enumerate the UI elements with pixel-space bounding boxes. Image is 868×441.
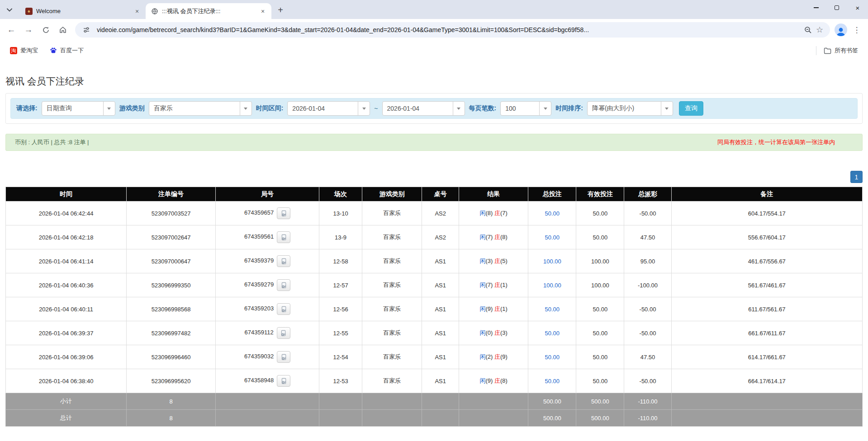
summary-label: 小计 <box>6 393 127 410</box>
cell-time: 2026-01-04 06:40:36 <box>6 273 127 297</box>
result-player: 闲 <box>479 234 485 240</box>
tab-close-icon[interactable]: × <box>133 7 141 15</box>
summary-row: 小计8500.00500.00-110.00 <box>6 393 863 410</box>
per-page-label: 每页笔数: <box>469 104 497 113</box>
cell-game-kind: 百家乐 <box>362 297 422 321</box>
result-banker-score: (5) <box>500 258 508 264</box>
tab-title: Welcome <box>36 8 129 14</box>
site-settings-icon[interactable] <box>81 24 92 36</box>
forward-button[interactable]: → <box>21 22 36 38</box>
summary-empty-cell <box>422 410 459 427</box>
round-video-button[interactable] <box>277 327 290 339</box>
home-button[interactable] <box>55 22 71 38</box>
cell-total-bet: 100.00 <box>528 249 576 273</box>
total-bet-link[interactable]: 100.00 <box>543 282 561 289</box>
reload-button[interactable] <box>38 22 53 38</box>
total-bet-link[interactable]: 50.00 <box>545 378 560 385</box>
cell-session: 12-56 <box>319 297 362 321</box>
date-start-select[interactable]: 2026-01-04 <box>287 101 370 116</box>
date-end-select[interactable]: 2026-01-04 <box>382 101 465 116</box>
zoom-out-icon[interactable] <box>802 24 814 36</box>
search-button[interactable]: 查询 <box>679 101 703 116</box>
total-bet-link[interactable]: 50.00 <box>545 306 560 313</box>
back-button[interactable]: ← <box>4 22 19 38</box>
game-kind-select[interactable]: 百家乐 <box>149 101 252 116</box>
summary-total-bet: 500.00 <box>528 410 576 427</box>
browser-menu-icon[interactable]: ⋮ <box>849 22 864 38</box>
cell-game-kind: 百家乐 <box>362 273 422 297</box>
tab-welcome[interactable]: ♠ Welcome × <box>20 3 146 19</box>
bookmark-aitaobao[interactable]: 淘 爱淘宝 <box>6 44 42 57</box>
cell-time: 2026-01-04 06:38:40 <box>6 369 127 393</box>
url-text: videoie.com/game/betrecord_search/kind3?… <box>97 26 802 33</box>
round-video-button[interactable] <box>277 255 290 267</box>
cell-remark: 561.67/461.67 <box>671 273 862 297</box>
bookmark-star-icon[interactable]: ☆ <box>814 24 825 36</box>
film-icon <box>280 282 287 289</box>
round-video-button[interactable] <box>277 351 290 363</box>
round-video-button[interactable] <box>277 231 290 243</box>
result-banker: 庄 <box>494 281 500 288</box>
cell-table-no: AS1 <box>422 249 459 273</box>
cell-round-id: 674359561 <box>216 225 319 249</box>
cell-valid-bet: 100.00 <box>576 273 624 297</box>
game-kind-label: 游戏类别 <box>119 104 145 113</box>
cell-bet-id: 523097002647 <box>127 225 216 249</box>
window-minimize-button[interactable] <box>806 0 826 15</box>
total-bet-link[interactable]: 50.00 <box>545 330 560 337</box>
profile-avatar[interactable] <box>835 23 847 36</box>
column-header: 备注 <box>671 187 862 202</box>
all-bookmarks-button[interactable]: 所有书签 <box>820 44 862 57</box>
total-bet-link[interactable]: 50.00 <box>545 234 560 241</box>
round-id-text: 674359561 <box>244 233 274 240</box>
total-bet-link[interactable]: 50.00 <box>545 354 560 361</box>
cell-bet-id: 523096996460 <box>127 345 216 369</box>
tab-search-chevron-icon[interactable] <box>3 3 16 17</box>
cell-game-kind: 百家乐 <box>362 345 422 369</box>
result-banker: 庄 <box>494 234 500 240</box>
cell-time: 2026-01-04 06:42:18 <box>6 225 127 249</box>
cell-total-bet: 50.00 <box>528 297 576 321</box>
cell-time: 2026-01-04 06:41:14 <box>6 249 127 273</box>
url-bar[interactable]: videoie.com/game/betrecord_search/kind3?… <box>75 22 830 38</box>
per-page-select[interactable]: 100 <box>500 101 551 116</box>
cell-result: 闲(3) 庄(5) <box>459 249 528 273</box>
bookmark-label: 百度一下 <box>60 47 84 55</box>
total-bet-link[interactable]: 100.00 <box>543 258 561 265</box>
bookmark-baidu[interactable]: 百度一下 <box>46 44 87 57</box>
column-header: 总派彩 <box>624 187 671 202</box>
window-close-button[interactable]: × <box>847 0 868 15</box>
cell-round-id: 674359032 <box>216 345 319 369</box>
summary-total-bet: 500.00 <box>528 393 576 410</box>
result-banker-score: (3) <box>500 329 508 336</box>
new-tab-button[interactable]: + <box>274 4 287 16</box>
summary-empty-cell <box>319 393 362 410</box>
cell-payout: 47.50 <box>624 225 671 249</box>
cell-result: 闲(9) 庄(1) <box>459 297 528 321</box>
result-player-score: (2) <box>485 353 493 360</box>
round-video-button[interactable] <box>277 303 290 315</box>
query-type-select[interactable]: 日期查询 <box>42 101 115 116</box>
result-banker: 庄 <box>494 210 500 216</box>
round-video-button[interactable] <box>277 207 290 219</box>
tab-close-icon[interactable]: × <box>259 7 267 15</box>
round-video-button[interactable] <box>277 375 290 387</box>
tab-betrecord[interactable]: :::视讯 会员下注纪录::: × <box>146 3 271 19</box>
cell-payout: 47.50 <box>624 345 671 369</box>
page-1-button[interactable]: 1 <box>850 171 863 183</box>
window-maximize-button[interactable] <box>826 0 847 15</box>
cell-table-no: AS1 <box>422 273 459 297</box>
summary-valid-bet: 500.00 <box>576 410 624 427</box>
cell-payout: -50.00 <box>624 297 671 321</box>
cell-table-no: AS1 <box>422 297 459 321</box>
result-player: 闲 <box>479 210 485 216</box>
round-video-button[interactable] <box>277 279 290 291</box>
cell-remark: 604.17/554.17 <box>671 202 862 225</box>
time-sort-select[interactable]: 降幂(由大到小) <box>587 101 673 116</box>
total-bet-link[interactable]: 50.00 <box>545 210 560 217</box>
cell-bet-id: 523097003527 <box>127 202 216 225</box>
table-row: 2026-01-04 06:40:36523096999350674359279… <box>6 273 863 297</box>
result-player-score: (9) <box>485 305 493 312</box>
summary-empty-cell <box>422 393 459 410</box>
bet-records-table: 时间注单编号局号场次游戏类别桌号结果总投注有效投注总派彩备注 2026-01-0… <box>5 187 863 427</box>
